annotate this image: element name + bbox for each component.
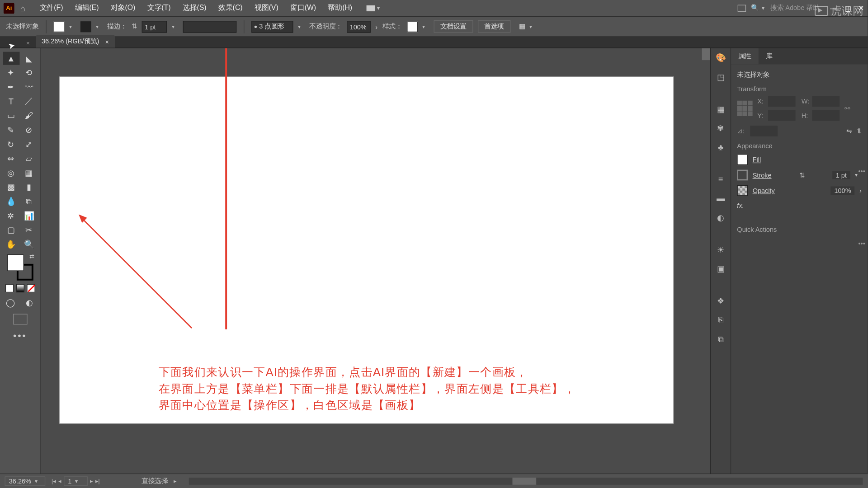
tab-prev-close[interactable]: × [26, 40, 30, 46]
document-setup-button[interactable]: 文档设置 [434, 20, 473, 33]
none-mode-icon[interactable] [27, 284, 35, 292]
w-input[interactable] [812, 96, 840, 107]
type-tool-icon[interactable]: T [3, 95, 19, 108]
next-artboard-icon[interactable]: ▸ [90, 478, 93, 484]
eraser-tool-icon[interactable]: ⊘ [20, 123, 37, 136]
brush-dropdown[interactable]: 3 点圆形 [251, 20, 293, 32]
stroke-label-link[interactable]: Stroke [753, 172, 772, 179]
appearance-more-icon[interactable]: ••• [858, 240, 865, 247]
menu-type[interactable]: 文字(T) [142, 3, 177, 13]
flip-h-icon[interactable]: ⇋ [846, 127, 852, 135]
draw-behind-icon[interactable]: ◐ [21, 296, 38, 309]
appearance-stroke-swatch[interactable] [737, 170, 748, 181]
transparency-panel-icon[interactable]: ◐ [715, 211, 726, 223]
width-tool-icon[interactable]: ⇔ [3, 152, 19, 165]
symbols-panel-icon[interactable]: ♣ [715, 141, 726, 153]
maximize-icon[interactable]: ▢ [844, 4, 851, 12]
pen-tool-icon[interactable]: ✒ [3, 80, 19, 94]
prev-artboard-icon[interactable]: ◂ [58, 478, 61, 484]
fill-swatch[interactable] [54, 21, 65, 32]
appearance-opacity-swatch[interactable] [737, 185, 748, 196]
paintbrush-tool-icon[interactable]: 🖌 [20, 109, 37, 122]
h-input[interactable] [812, 110, 840, 121]
stroke-panel-icon[interactable]: ≡ [715, 174, 726, 185]
magic-wand-tool-icon[interactable]: ✦ [3, 66, 19, 79]
perspective-tool-icon[interactable]: ▦ [20, 166, 37, 179]
graphic-styles-panel-icon[interactable]: ▣ [715, 263, 726, 274]
draw-normal-icon[interactable]: ◯ [2, 296, 19, 309]
vertical-scrollbar[interactable] [702, 48, 710, 476]
close-icon[interactable]: ✕ [858, 4, 864, 12]
shaper-tool-icon[interactable]: ✎ [3, 123, 19, 136]
reference-point-icon[interactable] [737, 101, 752, 116]
fx-button[interactable]: fx. [737, 202, 861, 209]
eyedropper-tool-icon[interactable]: 💧 [3, 195, 19, 208]
swap-fill-stroke-icon[interactable]: ⇄ [29, 253, 34, 259]
flip-v-icon[interactable]: ⥮ [856, 127, 862, 135]
artboards-panel-icon[interactable]: ⧉ [715, 333, 726, 345]
search-box[interactable]: 🔍▾ 搜索 Adobe 帮助 [751, 4, 819, 13]
first-artboard-icon[interactable]: |◂ [52, 478, 56, 484]
column-graph-tool-icon[interactable]: 📊 [20, 209, 37, 222]
color-panel-icon[interactable]: 🎨 [715, 52, 726, 64]
color-mode-icon[interactable] [5, 284, 13, 292]
stroke-profile[interactable] [183, 20, 237, 32]
gradient-panel-icon[interactable]: ▬ [715, 192, 726, 204]
align-icon[interactable]: ▦ [519, 23, 525, 30]
direct-selection-tool-icon[interactable]: ◣ [20, 52, 37, 65]
angle-input[interactable] [750, 126, 778, 136]
slice-tool-icon[interactable]: ✂ [20, 223, 37, 236]
tab-library[interactable]: 库 [759, 48, 779, 65]
swatches-panel-icon[interactable]: ▦ [715, 103, 726, 115]
last-artboard-icon[interactable]: ▸| [95, 478, 100, 484]
artboard-number-input[interactable]: 1▾ [64, 476, 88, 486]
symbol-sprayer-tool-icon[interactable]: ✲ [3, 209, 19, 222]
free-transform-tool-icon[interactable]: ▱ [20, 152, 37, 165]
shape-builder-tool-icon[interactable]: ◎ [3, 166, 19, 179]
preferences-button[interactable]: 首选项 [478, 20, 510, 33]
scale-tool-icon[interactable]: ⤢ [20, 137, 37, 150]
appearance-panel-icon[interactable]: ☀ [715, 244, 726, 255]
stroke-weight-input[interactable] [142, 20, 167, 32]
color-guide-panel-icon[interactable]: ◳ [715, 71, 726, 83]
selection-tool-icon[interactable]: ▲ [3, 52, 19, 65]
menu-view[interactable]: 视图(V) [249, 3, 284, 13]
curvature-tool-icon[interactable]: 〰 [20, 80, 37, 94]
tab-close-icon[interactable]: × [105, 38, 109, 45]
hand-tool-icon[interactable]: ✋ [3, 238, 19, 251]
workspace-switcher[interactable]: ▾ [367, 5, 384, 11]
appearance-stroke-value[interactable]: 1 pt [832, 171, 850, 179]
screen-mode-icon[interactable] [13, 314, 27, 325]
menu-help[interactable]: 帮助(H) [322, 3, 358, 13]
mesh-tool-icon[interactable]: ▩ [3, 180, 19, 193]
gradient-mode-icon[interactable] [16, 284, 24, 292]
layers-panel-icon[interactable]: ❖ [715, 295, 726, 306]
line-tool-icon[interactable]: ／ [20, 95, 37, 108]
opacity-input[interactable] [347, 20, 371, 32]
artboard-tool-icon[interactable]: ▢ [3, 223, 19, 236]
menu-window[interactable]: 窗口(W) [284, 3, 322, 13]
style-swatch[interactable] [407, 21, 418, 32]
gradient-tool-icon[interactable]: ▮ [20, 180, 37, 193]
canvas-area[interactable]: 下面我们来认识一下AI的操作界面，点击AI界面的【新建】一个画板， 在界面上方是… [41, 48, 710, 476]
menu-select[interactable]: 选择(S) [177, 3, 212, 13]
appearance-opacity-value[interactable]: 100% [831, 187, 855, 195]
link-wh-icon[interactable]: ⚯ [844, 104, 850, 112]
transform-more-icon[interactable]: ••• [858, 167, 865, 174]
stroke-swatch[interactable] [80, 21, 91, 32]
opacity-label-link[interactable]: Opacity [753, 187, 775, 194]
minimize-icon[interactable]: — [830, 4, 837, 12]
opacity-flyout-icon[interactable]: › [375, 23, 377, 30]
zoom-tool-icon[interactable]: 🔍 [20, 238, 37, 251]
y-input[interactable] [768, 110, 796, 121]
appearance-fill-swatch[interactable] [737, 154, 748, 165]
asset-export-panel-icon[interactable]: ⎘ [715, 314, 726, 326]
x-input[interactable] [768, 96, 796, 107]
blend-tool-icon[interactable]: ⧉ [20, 195, 37, 208]
menu-effect[interactable]: 效果(C) [212, 3, 249, 13]
fill-color-icon[interactable] [7, 254, 24, 271]
menu-object[interactable]: 对象(O) [105, 3, 142, 13]
stroke-stepper[interactable]: ⇅ [132, 23, 137, 30]
menu-file[interactable]: 文件(F) [33, 3, 69, 13]
document-tab[interactable]: 36.26% (RGB/预览) × [36, 35, 115, 48]
